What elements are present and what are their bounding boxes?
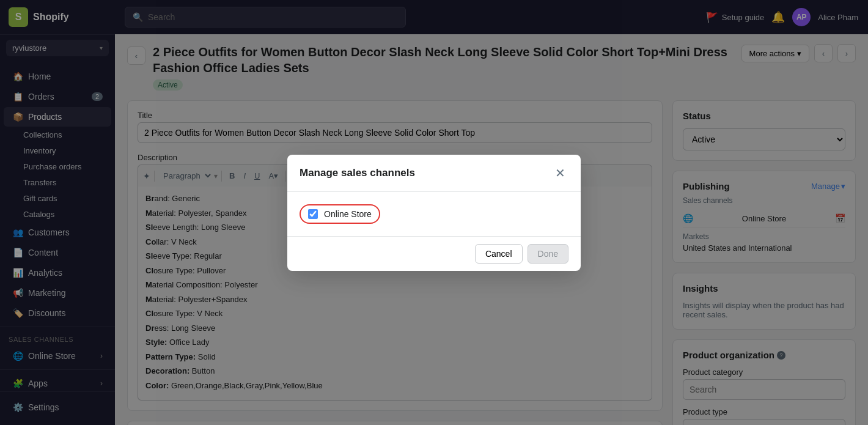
modal-footer: Cancel Done — [287, 236, 581, 271]
cancel-button[interactable]: Cancel — [475, 244, 523, 264]
modal-body: Online Store — [287, 192, 581, 236]
channel-checkbox-label[interactable]: Online Store — [324, 209, 372, 219]
modal-title: Manage sales channels — [300, 167, 415, 179]
modal-header: Manage sales channels ✕ — [287, 155, 581, 192]
online-store-checkbox[interactable] — [308, 209, 318, 219]
manage-sales-channels-modal: Manage sales channels ✕ Online Store Can… — [287, 155, 581, 271]
channel-checkbox-highlight: Online Store — [300, 204, 380, 224]
modal-overlay: Manage sales channels ✕ Online Store Can… — [0, 0, 868, 425]
done-button[interactable]: Done — [528, 244, 568, 264]
modal-close-button[interactable]: ✕ — [551, 164, 568, 182]
